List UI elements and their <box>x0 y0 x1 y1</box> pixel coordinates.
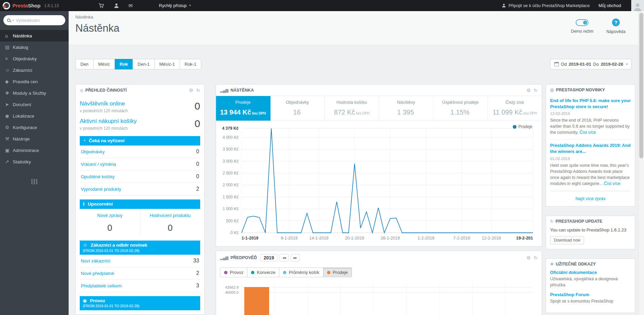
forecast-year: 2019 <box>260 254 277 261</box>
links-panel-title: UŽITEČNÉ ODKAZY <box>556 262 596 266</box>
refresh-icon[interactable]: ↻ <box>196 88 200 93</box>
sidebar-item-label: Statistiky <box>13 159 31 164</box>
kpi-orders-tab[interactable]: Objednávky 16 <box>271 96 325 121</box>
svg-text:3 000 Kč: 3 000 Kč <box>223 159 239 164</box>
sidebar-item-modules[interactable]: ❖Moduly a Služby <box>0 87 69 99</box>
product-reviews-link[interactable]: Hodnocení produktu <box>142 213 199 218</box>
orders-link[interactable]: Objednávky <box>81 149 105 154</box>
cart-icon[interactable] <box>99 3 104 8</box>
sidebar-item-preferences[interactable]: ⚙Konfigurace <box>0 122 69 133</box>
sidebar-item-administration[interactable]: ▣Administrace <box>0 145 69 156</box>
new-subscriptions-link[interactable]: Nové předplatné <box>81 271 114 276</box>
my-shop-link[interactable]: Můj obchod <box>599 3 621 8</box>
filter-day-button[interactable]: Den <box>75 59 94 69</box>
filter-year-button[interactable]: Rok <box>115 59 133 69</box>
search-icon[interactable] <box>7 19 10 22</box>
total-subscribers-link[interactable]: Předplatitelé celkem <box>81 283 122 288</box>
legend-sales-button[interactable]: Prodeje <box>323 267 352 277</box>
active-carts-value: 0 <box>194 118 200 129</box>
marketplace-link[interactable]: Připojit se k účtu PrestaShop Marketplac… <box>502 3 589 8</box>
list-item: Vrácení / výměna0 <box>80 158 200 170</box>
sidebar-item-dashboard[interactable]: ⌂Nástěnka <box>0 30 69 41</box>
legend-avg-cart-button[interactable]: Průměrný košík <box>279 267 323 277</box>
filter-day-1-button[interactable]: Den-1 <box>133 59 154 69</box>
sidebar-item-tools[interactable]: ⚒Nástroje <box>0 133 69 145</box>
sidebar-item-statistics[interactable]: ↗Statistiky <box>0 156 69 167</box>
read-more-link[interactable]: Číst více <box>579 130 596 135</box>
kpi-net-profit-tab[interactable]: Čistý zisk 11 099 Kčbez DPH <box>488 96 542 121</box>
read-more-link[interactable]: Číst více <box>604 181 620 186</box>
documentation-link[interactable]: Oficiální dokumentace <box>550 270 631 275</box>
activity-panel: ◎ PŘEHLED ČINNOSTÍ ⚙ ↻ Návštěvník online… <box>75 84 205 315</box>
news-item-title-link[interactable]: End of life for PHP 5.6: make sure your … <box>550 98 631 109</box>
forecast-panel-title: PŘEDPOVĚĎ <box>230 255 257 260</box>
search-input[interactable] <box>16 18 62 23</box>
active-carts-link[interactable]: Aktivní nákupní košíky <box>80 118 194 125</box>
breadcrumb[interactable]: Nástěnka <box>75 15 93 20</box>
shipping-icon: ➤ <box>5 102 13 107</box>
svg-text:1-2-2019: 1-2-2019 <box>418 236 434 241</box>
sidebar-item-orders[interactable]: ≡Objednávky <box>0 53 69 64</box>
sidebar-collapse-handle[interactable] <box>29 179 39 184</box>
prev-year-button[interactable]: ◀◀ <box>280 254 289 261</box>
list-item: Opuštěné košíky0 <box>80 170 200 183</box>
search-scope-caret-icon[interactable]: ▾ <box>12 19 14 22</box>
kpi-cart-value-tab[interactable]: Hodnota košíku 872 Kčbez DPH <box>325 96 379 121</box>
svg-text:9-1-2019: 9-1-2019 <box>281 236 297 241</box>
out-of-stock-link[interactable]: Vyprodané produkty <box>81 187 121 192</box>
prestashop-logo[interactable]: PrestaShop 1.6.1.13 <box>3 2 59 9</box>
online-visitors-value: 0 <box>194 100 200 111</box>
demo-mode-toggle[interactable]: Demo režim <box>571 19 594 34</box>
settings-icon[interactable]: ⚙ <box>527 88 531 93</box>
scrollbar-thumb[interactable] <box>639 13 643 158</box>
svg-text:7-2-2019: 7-2-2019 <box>453 236 470 241</box>
online-visitors-link[interactable]: Návštěvník online <box>80 100 194 107</box>
notifications-section-header: ℹ Upozornění <box>80 199 200 209</box>
sidebar-item-localization[interactable]: ◉Lokalizace <box>0 110 69 122</box>
customers-icon: ☺ <box>5 67 13 73</box>
abandoned-carts-link[interactable]: Opuštěné košíky <box>81 174 115 179</box>
avatar[interactable] <box>631 0 644 11</box>
kpi-conversion-tab[interactable]: Úspěšnost prodeje 1.15% <box>433 96 488 121</box>
forum-link[interactable]: PrestaShop Forum <box>550 292 631 297</box>
list-item: Nové předplatné2 <box>80 267 200 280</box>
version-label: 1.6.1.13 <box>44 3 59 8</box>
next-year-button[interactable]: ▶▶ <box>291 254 300 261</box>
orders-icon: ≡ <box>5 56 13 61</box>
more-news-link[interactable]: Najít více zpráv <box>575 196 606 201</box>
filter-month-1-button[interactable]: Měsíc-1 <box>154 59 180 69</box>
sidebar-item-customers[interactable]: ☺Zákazníci <box>0 64 69 76</box>
legend-conversion-button[interactable]: Konverze <box>247 267 279 277</box>
refresh-icon[interactable]: ↻ <box>534 255 538 260</box>
legend-traffic-button[interactable]: Provoz <box>220 267 247 277</box>
quick-access-dropdown[interactable]: Rychlý přístup▼ <box>159 3 191 8</box>
conversion-dot-icon <box>251 271 254 274</box>
chart-legend-sales[interactable]: Prodeje <box>513 124 532 129</box>
activity-icon: ◎ <box>80 88 83 93</box>
prestashop-logo-icon <box>3 2 10 9</box>
kpi-visits-tab[interactable]: Návštěvy 1 395 <box>379 96 434 121</box>
help-button[interactable]: ? Nápověda <box>606 19 625 34</box>
filter-year-1-button[interactable]: Rok-1 <box>180 59 202 69</box>
new-messages-link[interactable]: Nové zprávy <box>81 213 139 218</box>
mail-icon[interactable]: ✉ <box>129 3 133 9</box>
settings-icon[interactable]: ⚙ <box>527 255 531 260</box>
news-item-title-link[interactable]: PrestaShop Addons Awards 2019: And the w… <box>550 143 631 154</box>
svg-text:3 500 Kč: 3 500 Kč <box>223 147 239 152</box>
refresh-icon[interactable]: ↻ <box>534 88 538 93</box>
sidebar-item-shipping[interactable]: ➤Doručení <box>0 99 69 110</box>
date-range-picker[interactable]: Od2019-01-01 Do2019-02-28 ▾ <box>550 59 632 69</box>
kpi-sales-tab[interactable]: Prodeje 13 944 Kčbez DPH <box>216 96 271 121</box>
page-title: Nástěnka <box>75 22 632 34</box>
new-customers-link[interactable]: Noví zákazníci <box>81 258 110 263</box>
returns-link[interactable]: Vrácení / výměna <box>81 162 116 167</box>
settings-icon[interactable]: ⚙ <box>189 88 193 93</box>
sidebar-item-catalog[interactable]: ▤Katalog <box>0 41 69 53</box>
catalog-icon: ▤ <box>5 44 13 50</box>
avg-cart-dot-icon <box>283 271 286 274</box>
filter-month-button[interactable]: Měsíc <box>93 59 115 69</box>
download-now-button[interactable]: Download now <box>550 236 584 244</box>
sidebar-item-price-rules[interactable]: ◆Pravidla cen <box>0 76 69 87</box>
sidebar-item-label: Zákazníci <box>13 68 32 73</box>
customer-icon[interactable] <box>114 3 119 8</box>
